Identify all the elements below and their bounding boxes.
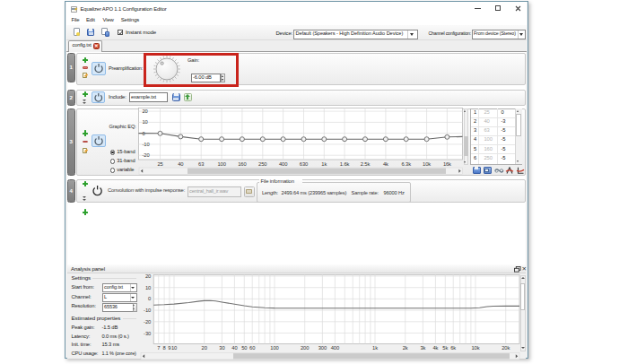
svg-text:2.5k: 2.5k <box>361 161 371 167</box>
svg-text:3k: 3k <box>420 345 425 351</box>
svg-text:8: 8 <box>163 345 166 351</box>
svg-text:6k: 6k <box>450 345 456 351</box>
svg-text:400: 400 <box>331 345 339 351</box>
svg-text:100: 100 <box>217 161 225 167</box>
svg-text:200: 200 <box>301 345 309 351</box>
svg-text:1k: 1k <box>372 345 378 351</box>
svg-text:10: 10 <box>145 285 151 290</box>
svg-text:16k: 16k <box>443 161 451 167</box>
svg-text:40: 40 <box>231 345 237 351</box>
svg-text:400: 400 <box>279 161 287 167</box>
svg-text:40: 40 <box>178 161 183 167</box>
svg-text:50: 50 <box>241 345 247 351</box>
svg-text:10: 10 <box>171 345 177 351</box>
svg-text:5k: 5k <box>442 345 448 351</box>
svg-text:2k: 2k <box>403 345 408 351</box>
svg-text:300: 300 <box>318 345 327 351</box>
svg-text:10: 10 <box>143 119 148 125</box>
svg-text:160: 160 <box>238 161 246 167</box>
svg-text:10k: 10k <box>471 345 479 351</box>
svg-text:6.3k: 6.3k <box>401 161 411 167</box>
svg-text:30: 30 <box>219 345 224 351</box>
svg-text:4k: 4k <box>383 161 388 167</box>
svg-text:7: 7 <box>157 345 160 351</box>
svg-text:-20: -20 <box>144 319 151 325</box>
svg-text:-10: -10 <box>143 142 150 147</box>
svg-text:10k: 10k <box>423 161 431 167</box>
svg-text:20: 20 <box>145 273 151 279</box>
svg-text:25: 25 <box>157 161 162 167</box>
svg-text:1.6k: 1.6k <box>340 161 350 167</box>
svg-text:20: 20 <box>202 345 207 351</box>
svg-text:250: 250 <box>258 161 266 167</box>
svg-text:-10: -10 <box>144 308 151 313</box>
svg-text:20k: 20k <box>502 345 510 351</box>
svg-text:0: 0 <box>148 296 151 301</box>
svg-text:63: 63 <box>198 161 204 167</box>
svg-text:1k: 1k <box>321 161 327 167</box>
svg-text:-30: -30 <box>144 331 151 336</box>
svg-text:-20: -20 <box>143 152 150 158</box>
svg-text:630: 630 <box>300 161 308 167</box>
svg-text:4k: 4k <box>432 345 438 351</box>
svg-text:60: 60 <box>249 345 255 351</box>
svg-text:20: 20 <box>143 108 148 114</box>
svg-text:100: 100 <box>270 345 278 351</box>
